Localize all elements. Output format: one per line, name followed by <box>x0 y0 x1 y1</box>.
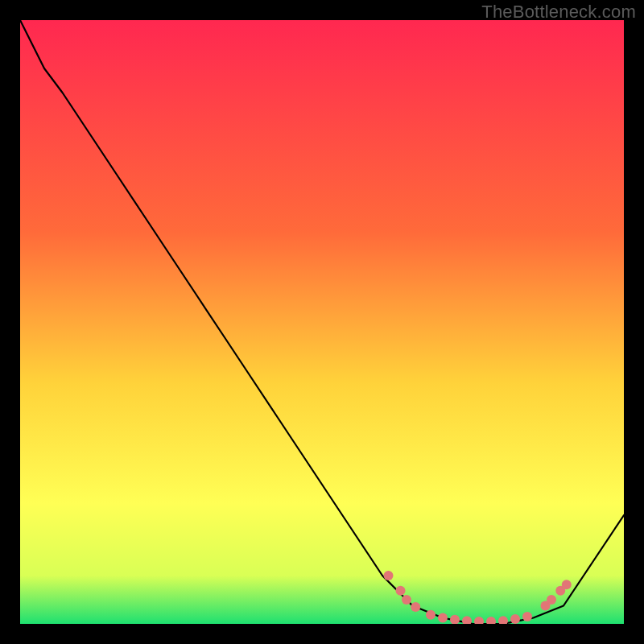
data-dot <box>547 595 556 605</box>
data-dot <box>384 571 394 580</box>
data-dot <box>426 610 436 620</box>
data-dot <box>510 614 520 624</box>
watermark-text: TheBottleneck.com <box>481 2 636 23</box>
data-dot <box>402 595 411 605</box>
stage: TheBottleneck.com <box>0 0 644 644</box>
data-dot <box>396 586 406 596</box>
chart-svg <box>20 20 624 624</box>
data-dot <box>438 613 448 623</box>
data-dot <box>411 602 420 612</box>
chart-area <box>20 20 624 624</box>
data-dot <box>562 580 572 589</box>
gradient-background <box>20 20 624 624</box>
data-dot <box>522 612 532 621</box>
